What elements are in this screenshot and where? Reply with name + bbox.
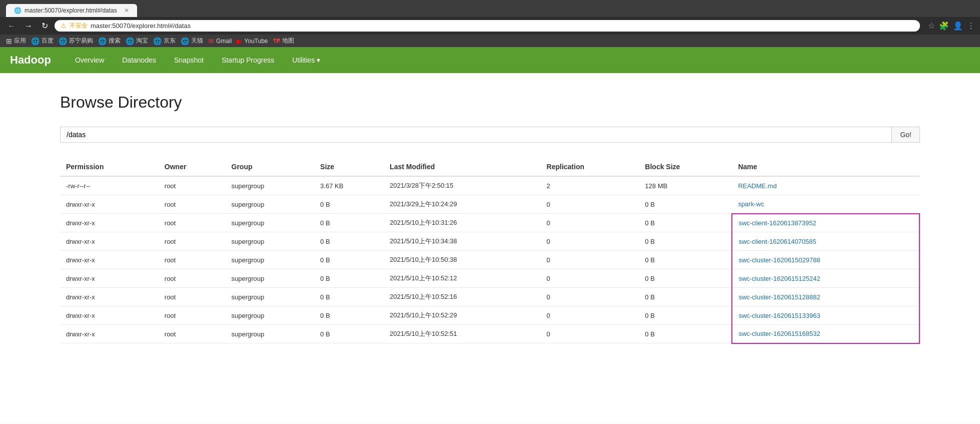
file-link[interactable]: swc-cluster-1620615128882: [738, 293, 820, 301]
cell-owner: root: [159, 214, 226, 232]
cell-name[interactable]: swc-cluster-1620615168532: [732, 325, 919, 343]
table-row: drwxr-xr-xrootsupergroup0 B2021/5/10上午10…: [60, 251, 919, 269]
cell-replication: 0: [541, 251, 639, 269]
file-link[interactable]: spark-wc: [738, 200, 764, 208]
cell-replication: 0: [541, 288, 639, 306]
browser-actions: ☆ 🧩 👤 ⋮: [924, 21, 975, 31]
table-header: Permission Owner Group Size Last Modifie…: [60, 158, 919, 176]
bookmark-suning[interactable]: 🌐 苏宁易购: [59, 37, 93, 45]
cell-group: supergroup: [226, 232, 315, 251]
star-icon[interactable]: ☆: [928, 21, 935, 31]
cell-owner: root: [159, 325, 226, 343]
bookmark-search-label: 搜索: [109, 37, 121, 45]
path-input[interactable]: [60, 127, 892, 143]
cell-permission: drwxr-xr-x: [60, 325, 159, 343]
col-replication: Replication: [541, 158, 639, 176]
nav-snapshot[interactable]: Snapshot: [165, 49, 213, 71]
bookmark-baidu[interactable]: 🌐 百度: [31, 37, 54, 45]
cell-block-size: 0 B: [639, 195, 732, 214]
cell-owner: root: [159, 176, 226, 195]
file-link[interactable]: swc-cluster-1620615125242: [738, 275, 820, 282]
nav-datanodes[interactable]: Datanodes: [113, 49, 165, 71]
browser-chrome: 🌐 master:50070/explorer.html#/datas ✕ ← …: [0, 0, 980, 47]
nav-startup-progress[interactable]: Startup Progress: [213, 49, 283, 71]
account-icon[interactable]: 👤: [953, 21, 963, 31]
search-bookmark-icon: 🌐: [98, 37, 107, 45]
cell-owner: root: [159, 269, 226, 288]
cell-group: supergroup: [226, 214, 315, 232]
bookmark-youtube[interactable]: ▶ YouTube: [237, 37, 268, 45]
bookmark-apps[interactable]: ⊞ 应用: [6, 37, 26, 45]
cell-name[interactable]: swc-cluster-1620615029788: [732, 251, 919, 269]
file-link[interactable]: README.md: [738, 182, 776, 190]
extensions-icon[interactable]: 🧩: [939, 21, 949, 31]
cell-last-modified: 2021/5/10上午10:52:51: [384, 325, 540, 343]
dropdown-arrow-icon: ▾: [317, 56, 320, 64]
directory-table: Permission Owner Group Size Last Modifie…: [60, 158, 920, 344]
file-link[interactable]: swc-client-1620613873952: [738, 219, 816, 227]
file-link[interactable]: swc-cluster-1620615168532: [738, 330, 820, 337]
bookmarks-bar: ⊞ 应用 🌐 百度 🌐 苏宁易购 🌐 搜索 🌐 淘宝 🌐 京东 🌐 天猫 ✉: [0, 35, 980, 47]
nav-utilities[interactable]: Utilities ▾: [283, 49, 329, 71]
cell-permission: drwxr-xr-x: [60, 288, 159, 306]
cell-replication: 0: [541, 306, 639, 325]
table-row: drwxr-xr-xrootsupergroup0 B2021/5/10上午10…: [60, 325, 919, 343]
bookmark-youtube-label: YouTube: [244, 38, 268, 45]
forward-button[interactable]: →: [22, 21, 35, 32]
cell-name[interactable]: swc-client-1620614070585: [732, 232, 919, 251]
cell-last-modified: 2021/3/29上午10:24:29: [384, 195, 540, 214]
bookmark-gmail[interactable]: ✉ Gmail: [208, 37, 232, 45]
tab-close-icon[interactable]: ✕: [124, 7, 129, 14]
cell-size: 0 B: [314, 306, 384, 325]
cell-permission: drwxr-xr-x: [60, 232, 159, 251]
col-owner: Owner: [159, 158, 226, 176]
cell-permission: drwxr-xr-x: [60, 269, 159, 288]
page-title: Browse Directory: [60, 93, 920, 112]
bookmark-taobao[interactable]: 🌐 淘宝: [126, 37, 148, 45]
refresh-button[interactable]: ↻: [39, 20, 51, 32]
cell-size: 0 B: [314, 195, 384, 214]
cell-name[interactable]: swc-client-1620613873952: [732, 214, 919, 232]
cell-block-size: 0 B: [639, 306, 732, 325]
bookmark-baidu-label: 百度: [42, 37, 54, 45]
cell-last-modified: 2021/5/10上午10:34:38: [384, 232, 540, 251]
cell-replication: 2: [541, 176, 639, 195]
cell-owner: root: [159, 195, 226, 214]
table-row: drwxr-xr-xrootsupergroup0 B2021/5/10上午10…: [60, 288, 919, 306]
cell-permission: drwxr-xr-x: [60, 306, 159, 325]
bookmark-tmall-label: 天猫: [191, 37, 203, 45]
table-row: drwxr-xr-xrootsupergroup0 B2021/5/10上午10…: [60, 269, 919, 288]
col-last-modified: Last Modified: [384, 158, 540, 176]
address-bar-row: ← → ↻ ⚠ 不安全 master:50070/explorer.html#/…: [0, 17, 980, 35]
bookmark-suning-label: 苏宁易购: [69, 37, 93, 45]
bookmark-maps[interactable]: 🗺 地图: [273, 37, 294, 45]
bookmark-search[interactable]: 🌐 搜索: [98, 37, 121, 45]
hadoop-navbar: Hadoop Overview Datanodes Snapshot Start…: [0, 47, 980, 73]
nav-overview[interactable]: Overview: [66, 49, 113, 71]
back-button[interactable]: ←: [5, 21, 18, 32]
file-link[interactable]: swc-cluster-1620615029788: [738, 256, 820, 264]
cell-block-size: 0 B: [639, 325, 732, 343]
cell-permission: -rw-r--r--: [60, 176, 159, 195]
table-row: drwxr-xr-xrootsupergroup0 B2021/5/10上午10…: [60, 306, 919, 325]
cell-name[interactable]: README.md: [732, 176, 919, 195]
file-link[interactable]: swc-client-1620614070585: [738, 238, 816, 245]
menu-icon[interactable]: ⋮: [967, 21, 975, 31]
hadoop-logo[interactable]: Hadoop: [10, 54, 51, 67]
cell-group: supergroup: [226, 269, 315, 288]
security-warning-icon: ⚠: [61, 22, 67, 30]
suning-icon: 🌐: [59, 37, 67, 45]
file-link[interactable]: swc-cluster-1620615133963: [738, 312, 820, 319]
cell-name[interactable]: swc-cluster-1620615125242: [732, 269, 919, 288]
go-button[interactable]: Go!: [892, 127, 920, 143]
active-tab[interactable]: 🌐 master:50070/explorer.html#/datas ✕: [6, 4, 137, 17]
cell-name[interactable]: swc-cluster-1620615133963: [732, 306, 919, 325]
cell-name[interactable]: spark-wc: [732, 195, 919, 214]
address-field[interactable]: ⚠ 不安全 master:50070/explorer.html#/datas: [55, 20, 920, 32]
cell-name[interactable]: swc-cluster-1620615128882: [732, 288, 919, 306]
bookmark-jd[interactable]: 🌐 京东: [153, 37, 176, 45]
warning-label: 不安全: [70, 22, 88, 30]
col-block-size: Block Size: [639, 158, 732, 176]
bookmark-tmall[interactable]: 🌐 天猫: [181, 37, 203, 45]
col-group: Group: [226, 158, 315, 176]
